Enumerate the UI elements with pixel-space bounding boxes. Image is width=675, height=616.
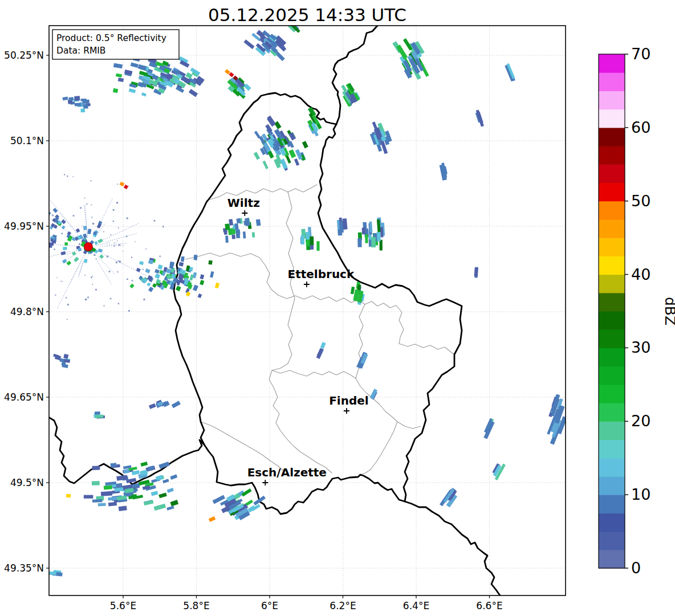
echo-cell xyxy=(139,261,144,265)
echo-cell xyxy=(267,150,274,158)
canton-border-central-vertical xyxy=(272,192,295,370)
echo-cell xyxy=(147,282,151,286)
echo-cell xyxy=(95,411,100,415)
clutter-speckle xyxy=(95,289,97,291)
clutter-speckle xyxy=(144,299,145,300)
echo-cell xyxy=(88,230,91,234)
strong-echo-cell xyxy=(229,72,234,77)
clutter-spoke xyxy=(97,261,112,285)
colorbar-segment xyxy=(599,495,625,513)
clutter-speckle xyxy=(21,278,22,279)
clutter-speckle xyxy=(135,241,136,242)
echo-cell xyxy=(158,492,167,498)
echo-cell xyxy=(172,401,181,408)
colorbar-segment xyxy=(599,256,625,275)
echo-cell xyxy=(83,234,87,238)
clutter-speckle xyxy=(67,319,68,320)
clutter-spoke xyxy=(96,243,111,246)
echo-cell xyxy=(235,229,240,234)
echo-cell xyxy=(225,236,229,243)
echo-cell xyxy=(225,223,230,230)
clutter-speckle xyxy=(45,205,46,206)
clutter-speckle xyxy=(84,275,86,276)
colorbar-segment xyxy=(599,219,625,238)
echo-cell xyxy=(362,227,366,234)
echo-cell xyxy=(84,259,88,263)
echo-cell xyxy=(316,348,324,359)
page-title: 05.12.2025 14:33 UTC xyxy=(208,5,406,25)
clutter-speckle xyxy=(113,209,115,211)
echo-cell xyxy=(84,495,93,499)
echo-cell xyxy=(198,293,202,298)
colorbar-segment xyxy=(599,550,625,569)
echo-cell xyxy=(94,241,98,245)
colorbar-segment xyxy=(599,476,625,495)
colorbar-segment xyxy=(599,532,625,550)
colorbar-segment xyxy=(599,440,625,459)
clutter-speckle xyxy=(145,248,147,250)
clutter-speckle xyxy=(67,176,68,177)
city-markers: WiltzEttelbruckFindelEsch/Alzette xyxy=(227,196,369,486)
city-label: Wiltz xyxy=(227,196,260,210)
clutter-speckle xyxy=(92,276,93,277)
clutter-speckle xyxy=(67,304,69,305)
clutter-speckle xyxy=(91,217,92,218)
clutter-speckle xyxy=(162,226,164,227)
clutter-spoke xyxy=(102,246,124,246)
clutter-spoke xyxy=(103,254,148,276)
echo-cell xyxy=(98,248,103,252)
clutter-speckle xyxy=(55,295,56,296)
strong-echo-cell xyxy=(66,494,71,498)
info-product-line: Product: 0.5° Reflectivity xyxy=(56,33,166,43)
clutter-speckle xyxy=(110,234,111,235)
colorbar-segment xyxy=(599,164,625,183)
echo-cell xyxy=(154,274,160,279)
y-tick-label: 50.25°N xyxy=(4,50,44,61)
belgium-france-border xyxy=(48,417,204,484)
clutter-speckle xyxy=(64,174,65,175)
echo-cell xyxy=(302,141,308,148)
clutter-speckle xyxy=(18,257,19,258)
clutter-speckle xyxy=(119,244,120,246)
clutter-speckle xyxy=(112,221,114,222)
clutter-speckle xyxy=(109,271,111,272)
y-tick-label: 50.1°N xyxy=(10,135,44,146)
echo-cell xyxy=(63,247,67,250)
canton-border-findel-west xyxy=(269,370,332,473)
clutter-speckle xyxy=(116,202,118,203)
echo-cell xyxy=(75,103,81,106)
echo-cell xyxy=(72,251,76,255)
echo-cell xyxy=(140,462,148,467)
x-tick-label: 6°E xyxy=(261,600,278,611)
echo-cell xyxy=(167,488,174,493)
echo-cell xyxy=(148,287,153,292)
city-plus-marker xyxy=(344,408,349,414)
x-tick-label: 6.2°E xyxy=(330,600,356,611)
echo-cell xyxy=(116,74,122,77)
echo-cell xyxy=(280,158,287,169)
echo-cell xyxy=(193,255,197,260)
echo-cell xyxy=(288,149,296,158)
clutter-speckle xyxy=(118,227,119,229)
clutter-speckle xyxy=(13,238,14,239)
echo-cell xyxy=(113,63,123,69)
clutter-speckle xyxy=(85,299,87,300)
colorbar-segment xyxy=(599,329,625,348)
colorbar-segment xyxy=(599,311,625,330)
y-tick-label: 49.65°N xyxy=(4,391,44,403)
echo-cell xyxy=(63,354,68,359)
colorbar-tick-label: 40 xyxy=(631,266,650,283)
colorbar-segment xyxy=(599,146,625,165)
clutter-speckle xyxy=(131,257,132,258)
echo-cell xyxy=(232,229,235,234)
clutter-speckle xyxy=(86,203,87,205)
clutter-speckle xyxy=(118,303,119,304)
clutter-speckle xyxy=(114,242,115,243)
strong-echo-cell xyxy=(225,69,230,75)
echo-cell xyxy=(176,285,181,291)
clutter-speckle xyxy=(43,244,44,245)
echo-cell xyxy=(80,108,85,112)
city-plus-marker xyxy=(262,480,268,486)
echo-cell xyxy=(262,161,268,169)
clutter-speckle xyxy=(159,256,161,258)
